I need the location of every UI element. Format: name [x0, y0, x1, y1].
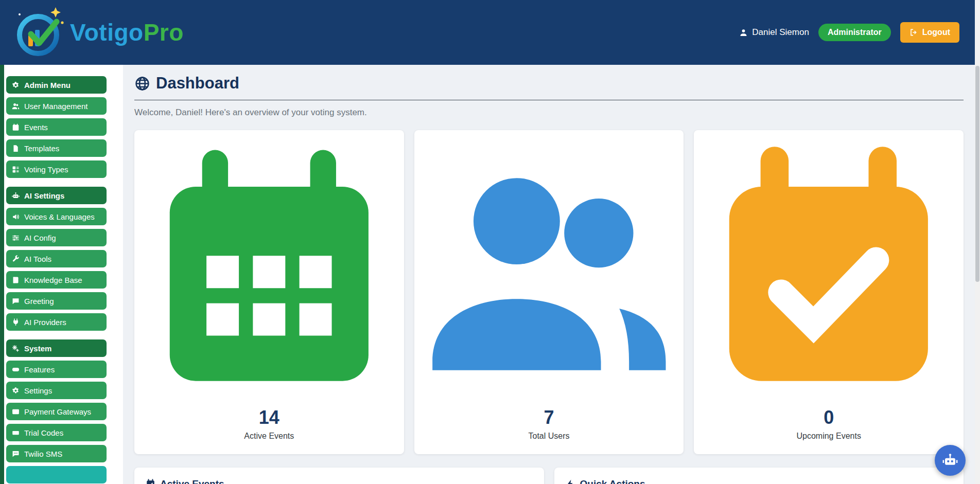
app-header: VotigoPro Daniel Siemon Administrator Lo…: [0, 0, 975, 65]
sidebar-item-label: AI Tools: [24, 255, 51, 263]
sidebar-header-label: AI Settings: [24, 191, 64, 200]
sidebar-item-voting-types[interactable]: Voting Types: [6, 160, 107, 178]
sidebar-section-ai-settings: AI Settings Voices & Languages AI Config…: [6, 187, 107, 331]
sms-icon: [12, 450, 20, 458]
user-name: Daniel Siemon: [752, 27, 809, 38]
welcome-text: Welcome, Daniel! Here's an overview of y…: [134, 107, 964, 118]
sign-out-icon: [909, 28, 918, 37]
page-title: Dashboard: [156, 74, 239, 93]
credit-card-icon: [12, 408, 20, 416]
sidebar-item-label: Trial Codes: [24, 428, 63, 437]
stat-value: 7: [419, 407, 679, 428]
sidebar-header-system: System: [6, 339, 107, 357]
stat-card-total-users: 7 Total Users: [414, 130, 684, 454]
title-divider: [134, 100, 964, 100]
calendar-icon: [12, 123, 20, 131]
scrollbar-thumb[interactable]: [975, 66, 979, 282]
sidebar-item-features[interactable]: Features: [6, 361, 107, 378]
sidebar-item-greeting[interactable]: Greeting: [6, 292, 107, 310]
calendar-check-icon: [699, 144, 958, 403]
sidebar-item-payment-gateways[interactable]: Payment Gateways: [6, 403, 107, 420]
logout-label: Logout: [922, 28, 950, 37]
panel-title: Quick Actions: [580, 478, 645, 484]
person-icon: [739, 28, 748, 37]
logout-button[interactable]: Logout: [900, 22, 959, 43]
brand-secondary: Pro: [144, 19, 184, 46]
role-badge: Administrator: [818, 24, 891, 41]
users-icon: [419, 144, 679, 403]
chat-assistant-button[interactable]: [935, 445, 966, 476]
robot-icon: [12, 192, 20, 200]
header-user-area: Daniel Siemon Administrator Logout: [739, 22, 959, 43]
main-content: Dashboard Welcome, Daniel! Here's an ove…: [123, 65, 975, 484]
sidebar-item-label: Events: [24, 123, 48, 132]
sidebar-header-label: Admin Menu: [24, 81, 71, 89]
file-icon: [12, 145, 20, 152]
sidebar-item-label: AI Providers: [24, 318, 66, 327]
brand-primary: Votigo: [70, 19, 144, 46]
gear-icon: [12, 81, 20, 89]
current-user: Daniel Siemon: [739, 27, 809, 38]
sidebar-item-twilio-sms[interactable]: Twilio SMS: [6, 445, 107, 462]
sidebar-item-label: Twilio SMS: [24, 450, 62, 458]
gears-icon: [12, 345, 20, 352]
panels-row: Active Events Event Name Template Date A…: [134, 468, 964, 484]
stat-cards: 14 Active Events 7 Total Users 0 Upcomin…: [134, 130, 964, 454]
stat-card-active-events: 14 Active Events: [134, 130, 404, 454]
votigo-logo-icon: [11, 4, 68, 61]
speaker-icon: [12, 213, 20, 221]
sidebar-item-label: Settings: [24, 386, 52, 395]
gear-icon: [12, 387, 20, 395]
stat-label: Total Users: [419, 432, 679, 441]
plug-icon: [12, 318, 20, 326]
sidebar-section-system: System Features Settings Payment Gateway…: [6, 339, 107, 483]
ballot-icon: [12, 166, 20, 173]
stat-card-upcoming-events: 0 Upcoming Events: [694, 130, 964, 454]
sidebar-header-ai-settings: AI Settings: [6, 187, 107, 204]
toggle-icon: [12, 366, 20, 373]
sidebar-item-events[interactable]: Events: [6, 118, 107, 136]
calendar-icon: [139, 144, 399, 403]
sidebar-item-trial-codes[interactable]: Trial Codes: [6, 424, 107, 441]
lightning-icon: [566, 479, 575, 484]
sidebar-item-settings[interactable]: Settings: [6, 382, 107, 399]
wrench-icon: [12, 255, 20, 263]
panel-title: Active Events: [160, 478, 224, 484]
stat-label: Upcoming Events: [699, 432, 958, 441]
sidebar-item-ai-config[interactable]: AI Config: [6, 229, 107, 246]
sidebar-item-voices-languages[interactable]: Voices & Languages: [6, 208, 107, 225]
sidebar-item-label: Voting Types: [24, 165, 68, 174]
brand-name: VotigoPro: [70, 19, 184, 46]
sidebar-item-label: AI Config: [24, 234, 56, 242]
sidebar-header-admin-menu: Admin Menu: [6, 76, 107, 94]
scrollbar[interactable]: [975, 0, 980, 484]
sidebar-item-user-management[interactable]: User Management: [6, 97, 107, 115]
active-events-header: Active Events: [134, 468, 544, 484]
sidebar-item-label: Greeting: [24, 297, 54, 306]
sidebar-item-label: Features: [24, 365, 55, 374]
sidebar-item-label: Payment Gateways: [24, 407, 91, 416]
sidebar-item-ai-tools[interactable]: AI Tools: [6, 250, 107, 267]
page-title-row: Dashboard: [134, 74, 964, 93]
sliders-icon: [12, 234, 20, 242]
sidebar-section-admin-menu: Admin Menu User Management Events Templa…: [6, 76, 107, 178]
ticket-icon: [12, 429, 20, 437]
sidebar-item-partial[interactable]: [6, 466, 107, 483]
brand-logo[interactable]: VotigoPro: [11, 4, 184, 61]
calendar-check-icon: [146, 479, 155, 484]
sidebar-item-ai-providers[interactable]: AI Providers: [6, 313, 107, 331]
stat-label: Active Events: [139, 432, 399, 441]
sidebar-item-templates[interactable]: Templates: [6, 139, 107, 157]
globe-icon: [134, 76, 150, 92]
sidebar-header-label: System: [24, 344, 51, 353]
quick-actions-panel: Quick Actions New Event Templates Voting…: [554, 468, 964, 484]
sidebar-item-label: Voices & Languages: [24, 212, 95, 221]
sidebar-item-knowledge-base[interactable]: Knowledge Base: [6, 271, 107, 289]
book-icon: [12, 276, 20, 284]
chat-icon: [12, 297, 20, 305]
stat-value: 0: [699, 407, 958, 428]
active-events-panel: Active Events Event Name Template Date A…: [134, 468, 544, 484]
users-icon: [12, 102, 20, 110]
sidebar-item-label: Templates: [24, 144, 59, 153]
sidebar: Admin Menu User Management Events Templa…: [0, 65, 123, 484]
